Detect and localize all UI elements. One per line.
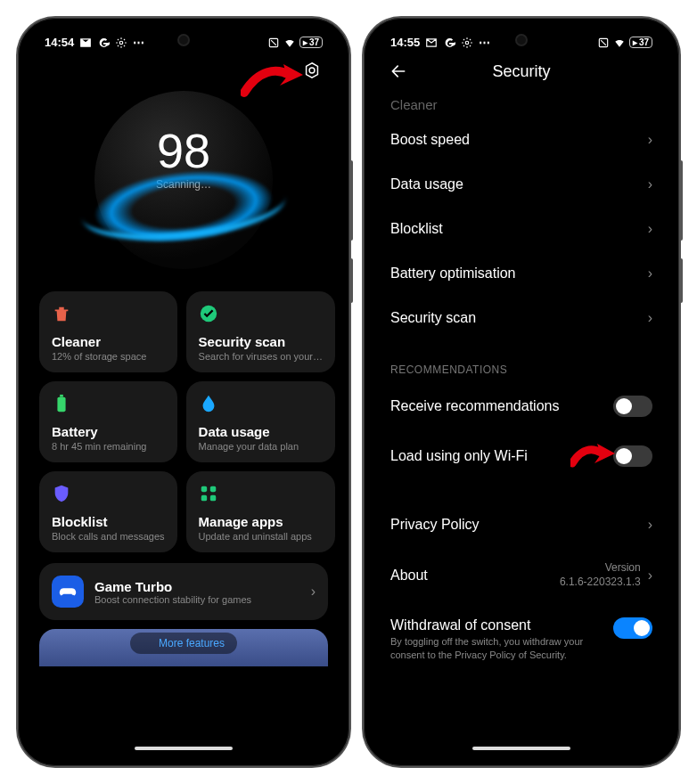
chevron-right-icon: › [648, 310, 652, 326]
chevron-right-icon: › [648, 265, 652, 282]
svg-point-2 [309, 68, 315, 73]
chevron-right-icon: › [311, 584, 316, 600]
gmail-icon [425, 37, 438, 49]
tile-subtitle: Block calls and messages [52, 531, 165, 542]
tile-battery[interactable]: Battery 8 hr 45 min remaining [39, 381, 177, 462]
battery-icon: ▸37 [629, 37, 652, 48]
svg-rect-7 [209, 486, 215, 492]
apps-icon [199, 484, 218, 503]
chevron-right-icon: › [648, 221, 652, 237]
tile-manage-apps[interactable]: Manage apps Update and uninstall apps [186, 471, 335, 552]
no-sim-icon [267, 37, 280, 49]
battery-icon: ▸37 [299, 37, 323, 48]
gear-mini-icon [461, 37, 473, 49]
list-item-cutoff[interactable]: Cleaner [390, 95, 652, 118]
tile-blocklist[interactable]: Blocklist Block calls and messages [39, 471, 177, 552]
row-label: Privacy Policy [390, 517, 480, 533]
svg-rect-9 [209, 495, 215, 501]
download-icon [143, 638, 153, 649]
list-item-boost-speed[interactable]: Boost speed › [390, 118, 652, 162]
list-item-blocklist[interactable]: Blocklist › [390, 207, 652, 251]
power-button [349, 258, 353, 303]
more-features-label: More features [159, 637, 225, 649]
phone-frame-security-settings: 14:55 ⋯ ▸37 Security Cleaner [364, 18, 679, 766]
list-item-about[interactable]: About Version 6.1.6-220323.1.3 › [390, 547, 652, 603]
tile-data-usage[interactable]: Data usage Manage your data plan [186, 381, 335, 462]
statusbar-time: 14:55 [390, 36, 420, 49]
toggle-switch[interactable] [613, 617, 652, 639]
row-label: Battery optimisation [390, 265, 516, 282]
tile-subtitle: Manage your data plan [199, 441, 323, 452]
toggle-withdraw-consent[interactable]: Withdrawal of consent By toggling off th… [390, 603, 652, 676]
tile-subtitle: Update and uninstall apps [199, 531, 323, 542]
svg-point-0 [120, 41, 124, 45]
power-button [679, 258, 683, 303]
volume-button [679, 160, 683, 241]
row-label: Withdrawal of consent [390, 617, 613, 633]
row-label: About [390, 568, 428, 584]
list-item-privacy-policy[interactable]: Privacy Policy › [390, 502, 652, 547]
chevron-right-icon: › [648, 176, 652, 192]
row-label: Load using only Wi-Fi [390, 448, 528, 464]
phone-frame-security-app: 14:54 ⋯ ▸37 [18, 18, 349, 766]
overflow-dots-icon: ⋯ [479, 36, 492, 49]
no-sim-icon [597, 37, 610, 49]
row-label: Boost speed [390, 132, 470, 148]
camera-notch [515, 34, 528, 46]
tile-title: Cleaner [52, 334, 165, 349]
svg-rect-5 [60, 395, 63, 397]
page-title: Security [387, 62, 656, 81]
tile-subtitle: Search for viruses on your… [199, 351, 323, 362]
row-label: Security scan [390, 310, 476, 326]
row-subtitle: By toggling off the switch, you withdraw… [390, 635, 613, 662]
battery-icon [52, 394, 71, 413]
toggle-receive-recommendations[interactable]: Receive recommendations [390, 381, 652, 431]
trash-icon [52, 304, 71, 323]
google-icon [443, 37, 455, 49]
scan-orb: 98 Scanning… [27, 78, 340, 282]
list-item-security-scan[interactable]: Security scan › [390, 296, 652, 340]
tile-title: Blocklist [52, 514, 165, 529]
drop-icon [199, 394, 218, 413]
svg-rect-6 [201, 486, 206, 492]
list-item-data-usage[interactable]: Data usage › [390, 162, 652, 207]
more-features-panel[interactable]: More features [39, 629, 328, 666]
feature-tiles: Cleaner 12% of storage space Security sc… [27, 282, 340, 552]
google-icon [97, 37, 110, 49]
home-indicator[interactable] [135, 747, 233, 750]
settings-gear-button[interactable] [299, 58, 324, 83]
chevron-right-icon: › [648, 132, 652, 148]
list-item-battery-optimisation[interactable]: Battery optimisation › [390, 251, 652, 296]
annotation-arrow-icon [241, 62, 303, 102]
gear-mini-icon [115, 37, 127, 49]
annotation-arrow-icon [570, 440, 615, 476]
row-label: Receive recommendations [390, 398, 559, 414]
statusbar-time: 14:54 [45, 36, 74, 49]
row-label: Blocklist [390, 221, 443, 237]
tile-title: Battery [52, 424, 165, 439]
shield-icon [52, 484, 71, 503]
camera-notch [177, 34, 190, 46]
game-turbo-title: Game Turbo [94, 579, 300, 594]
toggle-switch[interactable] [613, 445, 652, 467]
wifi-icon [283, 37, 296, 49]
tile-title: Security scan [199, 334, 323, 349]
game-turbo-subtitle: Boost connection stability for games [94, 594, 300, 605]
toggle-switch[interactable] [613, 396, 652, 417]
tile-title: Manage apps [199, 514, 323, 529]
tile-cleaner[interactable]: Cleaner 12% of storage space [39, 291, 177, 372]
tile-security-scan[interactable]: Security scan Search for viruses on your… [186, 291, 335, 372]
gmail-icon [79, 37, 92, 49]
tile-title: Data usage [199, 424, 323, 439]
check-circle-icon [199, 304, 218, 323]
tile-subtitle: 12% of storage space [52, 351, 165, 362]
svg-rect-4 [57, 397, 65, 412]
gamepad-icon [52, 576, 84, 608]
svg-point-10 [466, 41, 470, 45]
home-indicator[interactable] [472, 747, 570, 750]
row-label: Data usage [390, 176, 463, 192]
overflow-dots-icon: ⋯ [133, 36, 146, 49]
gear-icon [302, 61, 322, 80]
game-turbo-row[interactable]: Game Turbo Boost connection stability fo… [39, 563, 328, 620]
version-block: Version 6.1.6-220323.1.3 [560, 561, 641, 589]
